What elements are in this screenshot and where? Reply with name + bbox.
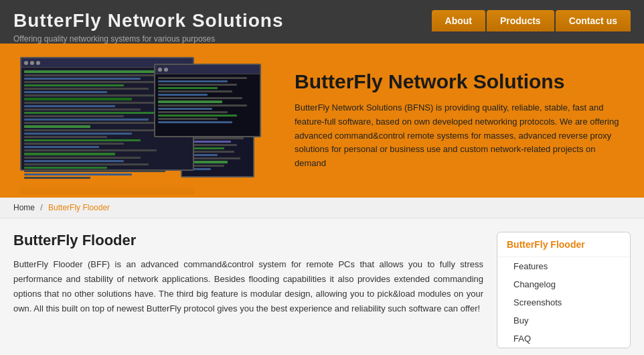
breadcrumb-home[interactable]: Home [13,203,35,212]
header: ButterFly Network Solutions Offering qua… [0,0,644,44]
article: ButterFly Flooder ButterFly Flooder (BFF… [13,232,483,348]
site-title: ButterFly Network Solutions [13,10,283,31]
logo-area: ButterFly Network Solutions Offering qua… [13,10,283,44]
breadcrumb-current: ButterFly Flooder [48,203,110,212]
hero-heading: ButterFly Network Solutions [295,70,624,93]
site-tagline: Offering quality networking systems for … [13,34,283,44]
hero-images [20,57,274,184]
sidebar-changelog[interactable]: Changelog [497,275,630,293]
sidebar-box: ButterFly Flooder Features Changelog Scr… [497,232,631,348]
nav: About Products Contact us [432,10,631,31]
sidebar-faq[interactable]: FAQ [497,330,630,348]
main-content: ButterFly Flooder ButterFly Flooder (BFF… [0,218,644,355]
nav-contact[interactable]: Contact us [556,10,631,31]
sidebar-title: ButterFly Flooder [497,232,630,257]
sidebar-screenshots[interactable]: Screenshots [497,293,630,311]
hero-text: ButterFly Network Solutions ButterFly Ne… [295,70,624,171]
hero-description: ButterFly Network Solutions (BFNS) is pr… [295,101,624,171]
hero-reflection [20,184,194,194]
nav-about[interactable]: About [432,10,485,31]
header-top: ButterFly Network Solutions Offering qua… [13,10,631,44]
breadcrumb-separator: / [40,203,42,212]
sidebar: ButterFly Flooder Features Changelog Scr… [497,232,631,348]
screenshot-secondary [154,64,261,137]
sidebar-features[interactable]: Features [497,257,630,275]
breadcrumb: Home / ButterFly Flooder [0,198,644,218]
article-body: ButterFly Flooder (BFF) is an advanced c… [13,257,483,316]
article-title: ButterFly Flooder [13,232,483,249]
hero-section: ButterFly Network Solutions ButterFly Ne… [0,44,644,198]
sidebar-buy[interactable]: Buy [497,311,630,330]
nav-products[interactable]: Products [487,10,554,31]
